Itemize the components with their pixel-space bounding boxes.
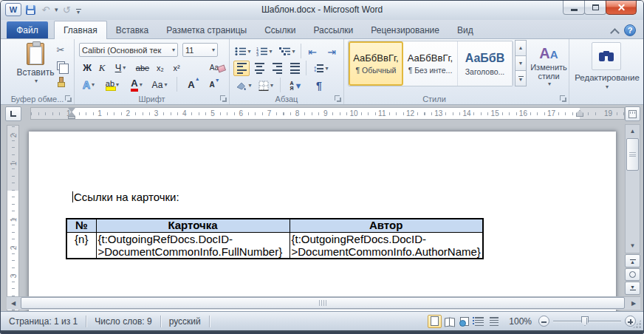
ribbon-tab[interactable]: Вставка (107, 21, 158, 39)
page-indicator[interactable]: Страница: 1 из 1 (1, 316, 86, 327)
superscript-button[interactable]: x² (169, 60, 184, 75)
help-button[interactable]: ? (624, 24, 636, 36)
scroll-right-button[interactable]: ▶ (628, 297, 640, 309)
shading-button[interactable]: ▾ (233, 78, 254, 93)
font-dialog-launcher[interactable] (219, 95, 227, 102)
align-right-button[interactable] (269, 61, 285, 76)
styles-gallery-more[interactable]: ▼ (515, 70, 527, 86)
align-left-button[interactable] (233, 61, 250, 76)
multilevel-list-button[interactable]: ▾ (277, 44, 298, 59)
font-color-dropdown-icon[interactable]: ▾ (140, 81, 143, 88)
font-color-button[interactable]: А▾ (126, 77, 147, 92)
scroll-up-button[interactable]: ▲ (626, 125, 640, 137)
word-count[interactable]: Число слов: 9 (86, 316, 160, 327)
text-effects-dropdown-icon[interactable]: ▾ (92, 81, 95, 88)
scroll-down-button[interactable]: ▼ (626, 239, 640, 251)
zoom-slider-track[interactable] (553, 316, 621, 327)
multilevel-dropdown-icon[interactable]: ▾ (292, 48, 295, 55)
numbering-dropdown-icon[interactable]: ▾ (269, 48, 272, 55)
left-indent-marker[interactable] (68, 116, 75, 119)
highlight-dropdown-icon[interactable]: ▾ (116, 81, 119, 88)
document-page[interactable]: Ссылки на карточки: № Карточка Автор {n}… (29, 132, 616, 311)
font-name-combo[interactable]: Calibri (Основной тек ▾ (79, 43, 178, 57)
word-app-icon[interactable]: W (5, 3, 21, 16)
paste-dropdown-icon[interactable]: ▾ (35, 78, 38, 84)
collapse-ribbon-icon[interactable] (612, 27, 618, 34)
font-size-combo[interactable]: 11 ▾ (182, 43, 218, 57)
show-marks-button[interactable]: ¶ (311, 78, 327, 93)
vertical-ruler[interactable]: 2 1 1 2 3 (7, 125, 19, 311)
underline-button[interactable]: Ч▾ (110, 60, 131, 75)
horizontal-scroll-thumb[interactable] (21, 297, 625, 309)
text-effects-button[interactable]: А▾ (79, 77, 98, 92)
line-spacing-dropdown-icon[interactable]: ▾ (325, 65, 328, 72)
ribbon-tab[interactable]: Ссылки (256, 21, 304, 39)
web-layout-view-button[interactable] (457, 315, 471, 328)
change-styles-button[interactable]: А А Изменить стили ▾ (530, 41, 567, 92)
paragraph-dialog-launcher[interactable] (334, 95, 341, 102)
italic-button[interactable]: К (95, 60, 109, 75)
outline-view-button[interactable] (472, 315, 486, 328)
strikethrough-button[interactable]: abe (134, 60, 151, 75)
clear-formatting-button[interactable]: Аа (205, 60, 224, 75)
shrink-font-button[interactable]: А (203, 77, 221, 92)
editing-dropdown-icon[interactable]: ▾ (569, 84, 644, 90)
align-center-button[interactable] (251, 61, 267, 76)
change-styles-dropdown-icon[interactable]: ▾ (548, 81, 551, 87)
bullets-dropdown-icon[interactable]: ▾ (247, 48, 250, 55)
styles-scroll-up[interactable]: ▲ (515, 40, 527, 56)
paste-button[interactable]: Вставить ▾ (17, 41, 54, 93)
numbering-button[interactable]: 123 ▾ (255, 44, 274, 59)
decrease-indent-button[interactable]: ⇤ (304, 44, 321, 59)
borders-button[interactable]: ▾ (256, 78, 276, 93)
editing-button[interactable] (592, 42, 621, 70)
undo-dropdown[interactable]: ▾ (55, 6, 58, 13)
zoom-slider-thumb[interactable] (581, 316, 589, 326)
ribbon-tab[interactable]: Главная (54, 21, 107, 39)
next-page-button[interactable]: ▼ (625, 282, 640, 295)
close-button[interactable] (606, 1, 637, 15)
copy-button[interactable] (52, 58, 69, 73)
change-case-dropdown-icon[interactable]: ▾ (164, 81, 167, 88)
increase-indent-button[interactable]: ⇥ (323, 44, 340, 59)
change-case-button[interactable]: Аа▾ (148, 77, 171, 92)
highlight-button[interactable]: ab▾ (101, 77, 123, 92)
customize-qat-button[interactable]: ▾ (76, 7, 81, 13)
bold-button[interactable]: Ж (80, 60, 94, 75)
table-cell[interactable]: {n} (66, 232, 96, 259)
select-browse-object-button[interactable] (625, 268, 640, 281)
justify-button[interactable] (287, 61, 303, 76)
ribbon-tab[interactable]: Рассылки (304, 21, 362, 39)
document-paragraph[interactable]: Ссылки на карточки: (72, 191, 179, 203)
print-layout-view-button[interactable] (428, 315, 442, 328)
table-header-cell[interactable]: № (66, 219, 96, 232)
tab-stop-selector[interactable] (5, 106, 21, 121)
zoom-out-button[interactable] (538, 316, 549, 327)
previous-page-button[interactable]: ▲ (625, 254, 640, 267)
styles-dialog-launcher[interactable] (559, 95, 566, 102)
grow-font-button[interactable]: А (182, 77, 200, 92)
vertical-scroll-thumb[interactable] (626, 138, 639, 171)
horizontal-ruler[interactable]: 1 1234567891011121314151617 19 (30, 107, 625, 120)
zoom-in-button[interactable] (625, 316, 636, 327)
tab-file[interactable]: Файл (7, 21, 48, 38)
shading-dropdown-icon[interactable]: ▾ (248, 82, 251, 89)
ribbon-tab[interactable]: Вид (448, 21, 482, 39)
borders-dropdown-icon[interactable]: ▾ (270, 82, 273, 89)
table-header-cell[interactable]: Автор (290, 219, 483, 232)
draft-view-button[interactable] (487, 315, 501, 328)
line-spacing-button[interactable]: ↕▾ (309, 61, 332, 76)
ribbon-tab[interactable]: Разметка страницы (157, 21, 256, 39)
redo-button[interactable]: ↺ (61, 3, 74, 16)
sort-button[interactable]: АЯ ▼ (286, 78, 306, 93)
style-item[interactable]: АаБбВвГг, ¶ Без инте... (403, 41, 458, 86)
minimize-button[interactable] (563, 1, 585, 15)
save-button[interactable] (24, 3, 37, 16)
bullets-button[interactable]: ▾ (233, 44, 253, 59)
scroll-left-button[interactable]: ◀ (7, 297, 19, 309)
undo-button[interactable]: ↶ (39, 3, 52, 16)
subscript-button[interactable]: x₂ (153, 60, 168, 75)
table-cell[interactable]: {t:OutgoingRefDocs.DocID->DocumentCommon… (96, 232, 290, 259)
format-painter-button[interactable] (52, 75, 69, 89)
document-table[interactable]: № Карточка Автор {n} {t:OutgoingRefDocs.… (66, 218, 484, 259)
